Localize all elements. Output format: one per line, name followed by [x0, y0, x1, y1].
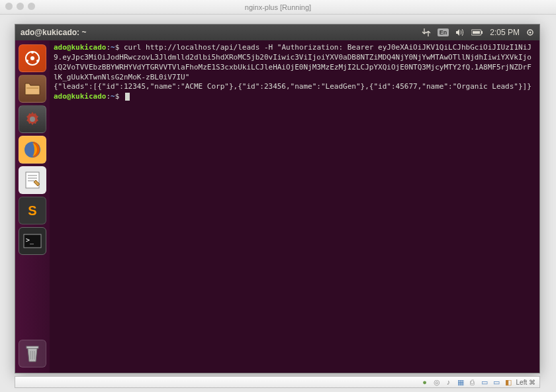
firefox-icon[interactable]: [19, 136, 46, 164]
output-text: {"leads":[{"id":12345,"name":"ACME Corp"…: [54, 82, 532, 91]
trash-icon[interactable]: [19, 340, 46, 368]
mac-window-title: nginx-plus [Running]: [245, 3, 311, 11]
menubar-indicators: En 2:05 PM: [422, 28, 534, 37]
mac-traffic-lights: [5, 3, 35, 10]
ubuntu-body: S >_ ado@kukicado:~$ curl http://localho…: [15, 40, 539, 373]
svg-rect-10: [26, 87, 38, 89]
terminal-output: {"leads":[{"id":12345,"name":"ACME Corp"…: [54, 82, 535, 102]
vm-window: ado@kukicado: ~ En 2:05 PM: [15, 24, 540, 373]
svg-text:>_: >_: [26, 236, 34, 244]
prompt-path-2: ~: [111, 92, 115, 101]
network-status-icon[interactable]: ▦: [457, 378, 465, 386]
svg-point-9: [26, 60, 28, 62]
optical-icon[interactable]: ◎: [433, 378, 441, 386]
launcher: S >_: [15, 40, 50, 373]
window-title: ado@kukicado: ~: [21, 28, 86, 37]
battery-icon[interactable]: [471, 29, 483, 36]
disk-icon[interactable]: ●: [421, 378, 429, 386]
clock[interactable]: 2:05 PM: [490, 28, 520, 37]
svg-point-7: [31, 51, 34, 54]
network-icon[interactable]: [422, 28, 431, 36]
capture-icon[interactable]: ◧: [504, 378, 512, 386]
svg-point-8: [36, 60, 39, 62]
cursor: [125, 93, 130, 101]
terminal[interactable]: ado@kukicado:~$ curl http://localhost/ap…: [50, 40, 539, 373]
text-editor-icon[interactable]: [19, 166, 46, 194]
svg-point-11: [30, 117, 35, 122]
mac-titlebar: nginx-plus [Running]: [0, 0, 556, 15]
dash-icon[interactable]: [19, 44, 46, 72]
vm-statusbar: ● ◎ ♪ ▦ ⎙ ▭ ▭ ◧ Left ⌘: [15, 376, 540, 388]
display-icon[interactable]: ▭: [492, 378, 500, 386]
svg-rect-2: [473, 31, 480, 34]
zoom-icon[interactable]: [28, 3, 35, 10]
settings-icon[interactable]: [19, 105, 46, 133]
keyboard-lang-badge[interactable]: En: [438, 28, 449, 36]
host-key-label: Left ⌘: [516, 379, 535, 386]
gear-icon[interactable]: [526, 28, 534, 36]
svg-point-6: [30, 56, 34, 60]
files-icon[interactable]: [19, 75, 46, 103]
ubuntu-menubar: ado@kukicado: ~ En 2:05 PM: [15, 24, 539, 40]
close-icon[interactable]: [5, 3, 13, 10]
minimize-icon[interactable]: [17, 3, 24, 10]
volume-icon[interactable]: [455, 28, 465, 36]
terminal-line-1: ado@kukicado:~$ curl http://localhost/ap…: [54, 43, 535, 82]
prompt-user: ado@kukicado: [54, 43, 106, 52]
prompt-path: ~: [111, 43, 115, 52]
audio-icon[interactable]: ♪: [445, 378, 453, 386]
terminal-icon[interactable]: >_: [19, 227, 46, 255]
sublime-icon[interactable]: S: [19, 197, 46, 224]
command-text: curl http://localhost/api/leads -H "Auth…: [54, 43, 532, 81]
usb-icon[interactable]: ⎙: [469, 378, 477, 386]
svg-rect-1: [481, 31, 483, 34]
svg-rect-19: [26, 346, 38, 348]
shared-folder-icon[interactable]: ▭: [481, 378, 488, 386]
svg-point-4: [530, 32, 532, 34]
prompt-user-2: ado@kukicado: [54, 92, 106, 101]
